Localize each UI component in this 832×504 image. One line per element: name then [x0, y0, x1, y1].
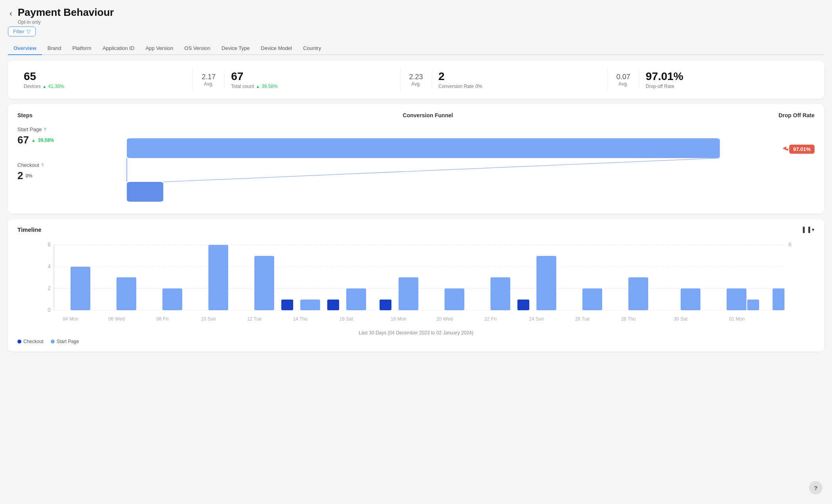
funnel-title: Conversion Funnel [109, 112, 747, 118]
bar-01mon-b [747, 300, 759, 310]
dropoff-col: Drop Off Rate ◄ 97.01% [751, 112, 815, 206]
bar-16sat-startpage [346, 288, 366, 310]
bar-22fri-startpage [490, 277, 510, 310]
svg-text:6: 6 [788, 241, 792, 248]
dropoff-rate-label: Drop-off Rate [646, 84, 674, 89]
bar-20wed-startpage [445, 288, 464, 310]
devices-label: Devices [24, 84, 41, 89]
legend-checkout: Checkout [17, 339, 44, 344]
help-button[interactable]: ? [809, 481, 822, 494]
metric-dropoff-rate: 97.01% Drop-off Rate [639, 68, 815, 92]
conversion-rate-label: Conversion Rate [439, 84, 474, 89]
legend-checkout-dot [17, 340, 21, 344]
chart-type-button[interactable]: ▌▐ ▾ [803, 227, 815, 233]
bar-08fri-startpage [162, 288, 182, 310]
tab-application-id[interactable]: Application ID [97, 42, 140, 55]
bar-16sat-checkout [327, 300, 339, 310]
page-subtitle: Opt-in only [18, 19, 114, 25]
start-page-value: 67 [17, 134, 29, 146]
start-page-arrow: ▲ [31, 138, 36, 143]
devices-value: 65 [24, 70, 186, 83]
back-button[interactable]: ‹ [8, 7, 14, 19]
steps-title: Steps [17, 112, 105, 118]
tab-device-type[interactable]: Device Type [216, 42, 255, 55]
bar-24sun-startpage [536, 256, 556, 310]
checkout-change: 0% [25, 173, 32, 179]
svg-text:6: 6 [48, 241, 51, 248]
bar-12tue-startpage [254, 256, 274, 310]
svg-text:04 Mon: 04 Mon [63, 316, 78, 322]
tab-brand[interactable]: Brand [42, 42, 67, 55]
total-count-value: 67 [231, 70, 393, 83]
bar-04mon-startpage [71, 267, 90, 310]
funnel-bar-top [127, 138, 720, 158]
tab-platform[interactable]: Platform [67, 42, 97, 55]
funnel-bar-bottom [127, 182, 163, 202]
devices-change: 41.30% [48, 84, 65, 89]
funnel-steps: Steps Start Page ? 67 ▲ 39.58% Checkout [17, 112, 105, 206]
tab-device-model[interactable]: Device Model [255, 42, 298, 55]
bar-18mon-checkout [380, 300, 391, 310]
legend-checkout-label: Checkout [23, 339, 44, 344]
total-count-change: 39.58% [261, 84, 278, 89]
svg-text:18 Mon: 18 Mon [391, 316, 406, 322]
timeline-svg: 6 4 2 0 6 [17, 239, 815, 326]
bar-end [773, 288, 784, 310]
step-checkout: Checkout ? 2 0% [17, 162, 105, 182]
bar-28thu-startpage [628, 277, 648, 310]
legend-startpage-label: Start Page [57, 339, 79, 344]
avg2-label: Avg. [407, 81, 426, 87]
metric-devices: 65 Devices ▲ 41.30% [17, 68, 193, 92]
metric-total-count: 67 Total count ▲ 39.58% [225, 68, 400, 92]
tab-country[interactable]: Country [298, 42, 327, 55]
conversion-rate-value: 2 [439, 70, 601, 83]
tab-overview[interactable]: Overview [8, 42, 42, 55]
dropoff-rate-value: 97.01% [646, 70, 808, 83]
start-page-name: Start Page [17, 126, 42, 132]
step-start-page: Start Page ? 67 ▲ 39.58% [17, 126, 105, 146]
svg-text:06 Wed: 06 Wed [108, 316, 124, 322]
chart-area: 6 4 2 0 6 [17, 239, 815, 328]
svg-text:26 Tue: 26 Tue [575, 316, 590, 322]
avg3-label: Avg. [614, 81, 633, 87]
dropoff-title: Drop Off Rate [751, 112, 815, 118]
total-count-label: Total count [231, 84, 254, 89]
bar-01mon-startpage [727, 288, 746, 310]
checkout-help-icon[interactable]: ? [41, 163, 44, 168]
metric-avg1: 2.17 Avg. [193, 71, 225, 89]
funnel-line-right [163, 158, 720, 182]
start-page-change: 39.58% [38, 137, 54, 143]
avg1-label: Avg. [199, 81, 218, 87]
chart-type-icon: ▌▐ [803, 227, 810, 233]
avg2-value: 2.23 [407, 73, 426, 81]
svg-text:4: 4 [48, 263, 51, 269]
bar-18mon-startpage [399, 277, 418, 310]
svg-text:01 Mon: 01 Mon [729, 316, 745, 322]
svg-text:30 Sat: 30 Sat [674, 316, 688, 322]
svg-text:22 Fri: 22 Fri [485, 316, 497, 322]
chart-footer: Last 30 Days (04 December 2023 to 02 Jan… [17, 330, 815, 336]
bar-10sun-startpage [208, 245, 228, 310]
bar-14thu-checkout [281, 300, 293, 310]
filter-label: Filter [13, 29, 25, 34]
svg-text:12 Tue: 12 Tue [247, 316, 262, 322]
conversion-rate-change: 0% [475, 84, 482, 89]
bar-30sat-startpage [681, 288, 700, 310]
metric-avg2: 2.23 Avg. [401, 71, 432, 89]
filter-button[interactable]: Filter ▽ [8, 27, 36, 36]
metric-avg3: 0.07 Avg. [608, 71, 639, 89]
svg-text:24 Sun: 24 Sun [529, 316, 544, 322]
chart-type-chevron: ▾ [812, 227, 815, 233]
total-count-arrow: ▲ [256, 84, 260, 89]
legend-startpage: Start Page [51, 339, 79, 344]
bar-26tue-startpage [582, 288, 602, 310]
tab-os-version[interactable]: OS Version [179, 42, 216, 55]
checkout-name: Checkout [17, 162, 39, 168]
start-page-help-icon[interactable]: ? [44, 127, 46, 132]
legend-startpage-dot [51, 340, 55, 344]
tab-app-version[interactable]: App Version [140, 42, 179, 55]
dropoff-badge: 97.01% [789, 145, 815, 154]
funnel-card: Steps Start Page ? 67 ▲ 39.58% Checkout [8, 104, 824, 214]
funnel-svg [109, 126, 747, 206]
timeline-card: Timeline ▌▐ ▾ 6 4 2 0 6 [8, 219, 824, 351]
